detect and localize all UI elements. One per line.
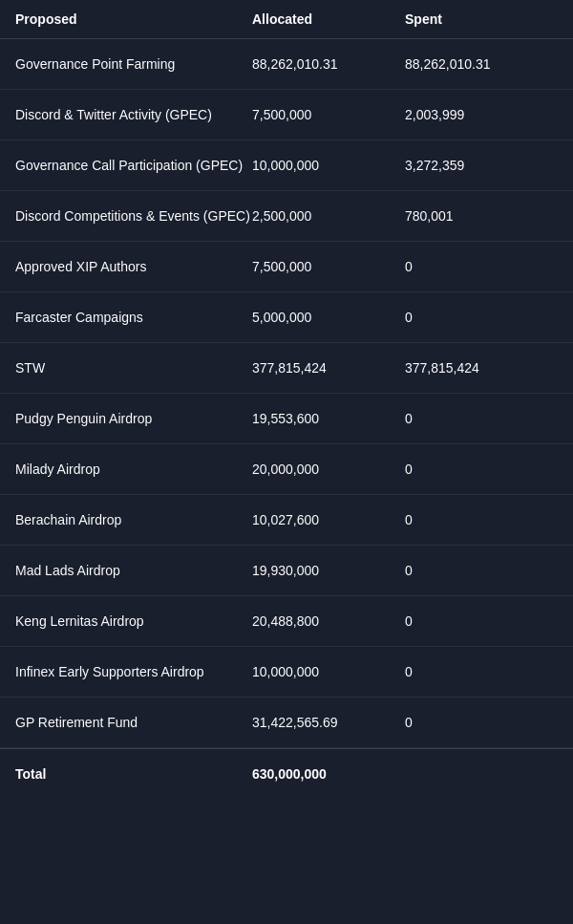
cell-allocated: 10,000,000 [252, 158, 405, 173]
cell-spent: 0 [405, 512, 558, 527]
table-row: Discord & Twitter Activity (GPEC)7,500,0… [0, 90, 573, 140]
cell-allocated: 20,488,800 [252, 613, 405, 629]
table-row: Farcaster Campaigns5,000,0000 [0, 292, 573, 343]
cell-allocated: 7,500,000 [252, 259, 405, 274]
table-row: Keng Lernitas Airdrop20,488,8000 [0, 596, 573, 647]
footer-spent [405, 766, 558, 782]
cell-spent: 3,272,359 [405, 158, 558, 173]
cell-spent: 2,003,999 [405, 107, 558, 122]
cell-proposed: GP Retirement Fund [15, 715, 252, 730]
footer-label: Total [15, 766, 252, 782]
cell-allocated: 5,000,000 [252, 310, 405, 325]
table-row: Approved XIP Authors7,500,0000 [0, 242, 573, 292]
table-row: Governance Point Farming88,262,010.3188,… [0, 39, 573, 90]
cell-proposed: Milady Airdrop [15, 462, 252, 477]
cell-proposed: Governance Point Farming [15, 56, 252, 72]
cell-allocated: 19,930,000 [252, 563, 405, 578]
cell-allocated: 7,500,000 [252, 107, 405, 122]
cell-proposed: Keng Lernitas Airdrop [15, 613, 252, 629]
cell-proposed: Farcaster Campaigns [15, 310, 252, 325]
cell-spent: 0 [405, 715, 558, 730]
cell-proposed: Discord & Twitter Activity (GPEC) [15, 107, 252, 122]
cell-allocated: 88,262,010.31 [252, 56, 405, 72]
cell-proposed: Approved XIP Authors [15, 259, 252, 274]
table-row: STW377,815,424377,815,424 [0, 343, 573, 394]
footer-allocated: 630,000,000 [252, 766, 405, 782]
cell-proposed: Berachain Airdrop [15, 512, 252, 527]
cell-spent: 88,262,010.31 [405, 56, 558, 72]
cell-allocated: 2,500,000 [252, 208, 405, 224]
header-proposed: Proposed [15, 11, 252, 27]
main-table: Proposed Allocated Spent Governance Poin… [0, 0, 573, 799]
table-footer: Total 630,000,000 [0, 748, 573, 799]
cell-spent: 377,815,424 [405, 360, 558, 376]
cell-spent: 0 [405, 259, 558, 274]
cell-spent: 0 [405, 613, 558, 629]
cell-allocated: 10,027,600 [252, 512, 405, 527]
table-row: Governance Call Participation (GPEC)10,0… [0, 140, 573, 191]
cell-allocated: 20,000,000 [252, 462, 405, 477]
cell-proposed: STW [15, 360, 252, 376]
table-header: Proposed Allocated Spent [0, 0, 573, 39]
cell-allocated: 19,553,600 [252, 411, 405, 426]
cell-spent: 0 [405, 563, 558, 578]
cell-spent: 0 [405, 411, 558, 426]
cell-spent: 0 [405, 462, 558, 477]
cell-allocated: 31,422,565.69 [252, 715, 405, 730]
table-row: Berachain Airdrop10,027,6000 [0, 495, 573, 546]
cell-spent: 0 [405, 310, 558, 325]
cell-allocated: 377,815,424 [252, 360, 405, 376]
header-allocated: Allocated [252, 11, 405, 27]
cell-allocated: 10,000,000 [252, 664, 405, 679]
table-row: GP Retirement Fund31,422,565.690 [0, 698, 573, 748]
cell-proposed: Mad Lads Airdrop [15, 563, 252, 578]
cell-spent: 0 [405, 664, 558, 679]
table-row: Milady Airdrop20,000,0000 [0, 444, 573, 495]
cell-proposed: Infinex Early Supporters Airdrop [15, 664, 252, 679]
cell-proposed: Governance Call Participation (GPEC) [15, 158, 252, 173]
header-spent: Spent [405, 11, 558, 27]
table-row: Discord Competitions & Events (GPEC)2,50… [0, 191, 573, 242]
cell-proposed: Pudgy Penguin Airdrop [15, 411, 252, 426]
cell-spent: 780,001 [405, 208, 558, 224]
table-body: Governance Point Farming88,262,010.3188,… [0, 39, 573, 748]
table-row: Infinex Early Supporters Airdrop10,000,0… [0, 647, 573, 698]
cell-proposed: Discord Competitions & Events (GPEC) [15, 208, 252, 224]
table-row: Pudgy Penguin Airdrop19,553,6000 [0, 394, 573, 444]
table-row: Mad Lads Airdrop19,930,0000 [0, 546, 573, 596]
